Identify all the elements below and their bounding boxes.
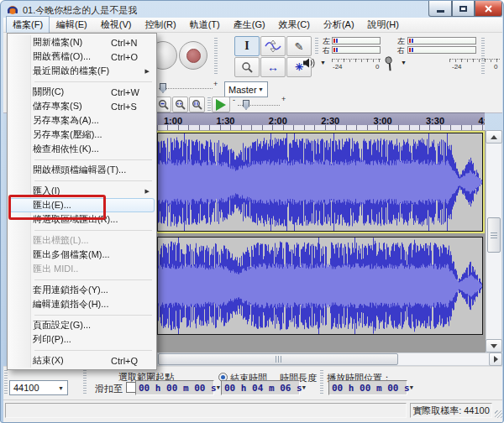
audio-position-field[interactable]: 00 h 00 m 00 s ▼ (328, 380, 407, 395)
zoom-tool-button[interactable] (234, 57, 260, 77)
menu-item[interactable] (9, 227, 155, 233)
dropdown-arrow-icon[interactable]: ▼ (401, 60, 407, 65)
title-bar[interactable]: 01.今晚你想念的人是不是我 (1, 1, 503, 18)
minimize-button[interactable] (428, 1, 452, 17)
menu-item[interactable]: 頁面設定(G)... (9, 318, 155, 332)
input-source-combo[interactable]: Master ▼ (224, 81, 268, 97)
menubar-item[interactable]: 編輯(E) (50, 16, 94, 34)
toolbar-grip[interactable] (4, 370, 8, 395)
project-rate-combo[interactable]: 44100 ▼ (9, 380, 68, 395)
playback-meter-right[interactable] (332, 46, 381, 54)
menu-item-shortcut: Ctrl+S (111, 102, 151, 112)
menu-item[interactable] (9, 78, 155, 85)
timeshift-tool-button[interactable]: ↔ (260, 57, 286, 77)
playback-meter-left[interactable] (332, 37, 381, 44)
waveform-track-2[interactable] (158, 238, 482, 334)
close-button[interactable] (475, 1, 502, 17)
fit-project-button[interactable] (172, 97, 188, 112)
toolbar-grip[interactable] (83, 370, 87, 395)
menu-item[interactable]: 檢查相依性(K)... (9, 142, 155, 156)
record-button[interactable] (179, 41, 207, 70)
toolbar-grip[interactable] (315, 38, 318, 55)
menu-item[interactable]: 結束(X) Ctrl+Q (9, 353, 155, 368)
play-at-speed-button[interactable] (212, 97, 230, 112)
menu-item-shortcut: Ctrl+N (111, 38, 151, 48)
menu-item[interactable] (9, 276, 155, 283)
menu-item[interactable] (9, 177, 155, 184)
peak-tick (409, 48, 411, 52)
menu-item[interactable]: 匯出(E)... (9, 198, 155, 212)
toolbar-grip[interactable] (481, 38, 485, 75)
menu-item[interactable]: 另存專案為(A)... (9, 113, 155, 128)
fit-selection-icon (192, 99, 202, 110)
menu-item-shortcut: Ctrl+W (111, 87, 151, 97)
audio-track-1[interactable] (157, 133, 483, 232)
menu-item[interactable]: 匯出多個檔案(M)... (9, 248, 155, 262)
menu-item[interactable]: 匯出 MIDI.. (9, 262, 155, 276)
menu-item[interactable]: 編輯連鎖指令(H)... (9, 297, 155, 311)
menu-item[interactable]: 另存專案(壓縮)... (9, 128, 155, 142)
meter-scale-ticks (332, 59, 381, 62)
menubar-item[interactable]: 檢視(V) (94, 16, 139, 34)
menubar-item[interactable]: 分析(A) (317, 16, 361, 34)
selection-tool-button[interactable]: I (234, 36, 260, 56)
menu-item[interactable] (9, 347, 155, 353)
timeline-ruler[interactable]: 1:001:302:002:303:003:304:00 (157, 112, 485, 126)
dropdown-arrow-icon: ▼ (217, 384, 220, 391)
selection-start-field[interactable]: 00 h 00 m 00 s ▼ (135, 380, 214, 395)
menu-item-shortcut: Ctrl+O (111, 52, 151, 62)
horizontal-scroll-thumb[interactable] (158, 353, 398, 365)
menu-item[interactable]: 關閉(C) Ctrl+W (9, 85, 155, 99)
project-rate-value: 44100 (13, 383, 39, 393)
menu-item[interactable]: 開啟舊檔(O)... Ctrl+O (9, 50, 155, 64)
close-icon (485, 5, 492, 13)
output-volume-slider[interactable] (159, 88, 213, 89)
menu-item[interactable]: 開新檔案(N) Ctrl+N (9, 35, 155, 50)
menu-item[interactable]: 列印(P)... (9, 332, 155, 347)
window-resize-grip[interactable] (495, 410, 502, 418)
vertical-scroll-thumb[interactable] (487, 217, 501, 253)
record-meter-left[interactable] (407, 37, 476, 44)
menubar-item[interactable]: 控制(R) (138, 16, 182, 34)
menubar-item[interactable]: 效果(C) (272, 16, 317, 34)
record-meter-right[interactable] (407, 46, 476, 54)
menu-item-label: 儲存專案(S) (33, 100, 82, 112)
menubar-item[interactable]: 說明(H) (361, 16, 406, 34)
audacity-window: 01.今晚你想念的人是不是我 檔案(F)編輯(E)檢視(V)控制(R)軌道(T)… (0, 0, 504, 423)
snap-to-label: 滑扣至 (95, 383, 123, 395)
scroll-up-button[interactable] (486, 130, 502, 144)
selection-end-field[interactable]: 00 h 04 m 06 s ▼ (221, 380, 300, 395)
menu-item[interactable]: 套用連鎖指令(Y)... (9, 283, 155, 297)
dropdown-arrow-icon[interactable]: ▼ (320, 60, 326, 65)
toolbar-grip[interactable] (214, 38, 218, 75)
menu-item[interactable]: 匯出標籤(L)... (9, 233, 155, 248)
menu-item-label: 結束(X) (33, 354, 64, 367)
fit-selection-button[interactable] (189, 97, 205, 112)
menu-item-label: 頁面設定(G)... (33, 319, 91, 332)
menu-item[interactable]: 最近開啟的檔案(F) (9, 64, 155, 78)
scroll-down-button[interactable] (486, 339, 502, 352)
peak-tick (333, 48, 335, 52)
meter-scale-zero: 0 (494, 63, 497, 70)
toolbar-grip[interactable] (320, 370, 323, 395)
scroll-right-button[interactable] (489, 352, 502, 366)
maximize-button[interactable] (452, 1, 475, 17)
menubar-item[interactable]: 產生(G) (227, 16, 272, 34)
window-title: 01.今晚你想念的人是不是我 (23, 4, 137, 17)
menu-item[interactable] (9, 156, 155, 163)
menu-item[interactable]: 開啟標頭檔編輯器(T)... (9, 163, 155, 177)
menubar-item[interactable]: 軌道(T) (183, 16, 227, 34)
toolbar-grip[interactable] (207, 97, 211, 112)
envelope-tool-button[interactable] (260, 36, 286, 56)
menu-item[interactable] (9, 311, 155, 318)
meter-scale-min: -24 (333, 63, 343, 70)
thumb-grip-icon (276, 356, 281, 363)
minus-sign: - (233, 97, 235, 104)
meter-right-label: 右 (397, 47, 405, 55)
menu-item[interactable]: 儲存專案(S) Ctrl+S (9, 99, 155, 113)
menubar-item[interactable]: 檔案(F) (6, 16, 50, 34)
draw-tool-button[interactable]: ✎ (286, 36, 312, 56)
waveform-track-1[interactable] (158, 133, 482, 231)
zoom-out-button[interactable] (155, 97, 171, 112)
audio-track-2[interactable] (157, 237, 483, 335)
